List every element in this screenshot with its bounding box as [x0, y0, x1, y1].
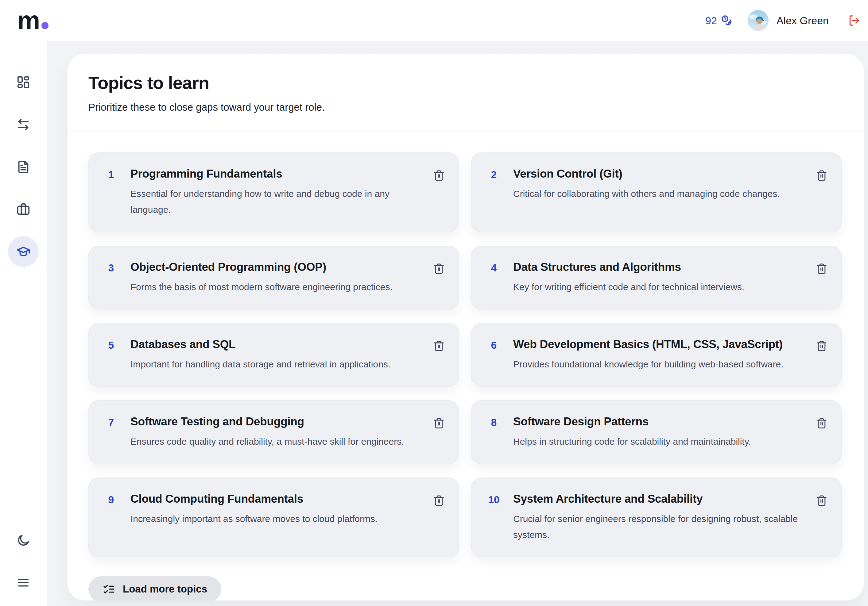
dashboard-icon — [16, 75, 30, 89]
logo-letter: m — [17, 10, 39, 31]
topic-body: Version Control (Git) Critical for colla… — [513, 167, 806, 202]
trash-icon — [433, 169, 445, 182]
topic-body: Object-Oriented Programming (OOP) Forms … — [130, 261, 423, 295]
page-title: Topics to learn — [88, 73, 842, 93]
topic-description: Helps in structuring code for scalabilit… — [513, 434, 800, 450]
logout-button[interactable] — [848, 14, 860, 27]
sidebar-item-documents[interactable] — [8, 152, 39, 182]
topic-description: Forms the basis of most modern software … — [130, 279, 417, 295]
avatar[interactable] — [748, 10, 769, 31]
trash-icon — [815, 169, 828, 182]
topic-number: 9 — [104, 493, 119, 506]
topic-body: Software Design Patterns Helps in struct… — [513, 415, 806, 450]
delete-topic-button[interactable] — [814, 167, 830, 183]
document-icon — [16, 160, 30, 174]
sidebar-item-transfers[interactable] — [8, 109, 39, 140]
topic-description: Essential for understanding how to write… — [130, 186, 417, 218]
topic-card: 7 Software Testing and Debugging Ensures… — [88, 400, 459, 464]
topic-description: Important for handling data storage and … — [130, 356, 417, 372]
topic-card: 8 Software Design Patterns Helps in stru… — [471, 400, 842, 464]
delete-topic-button[interactable] — [431, 261, 447, 277]
topic-body: Programming Fundamentals Essential for u… — [130, 167, 423, 218]
trash-icon — [815, 340, 828, 352]
topics-panel: Topics to learn Prioritize these to clos… — [68, 54, 864, 600]
moon-icon — [16, 533, 30, 547]
page-subtitle: Prioritize these to close gaps toward yo… — [88, 102, 842, 113]
topic-body: System Architecture and Scalability Cruc… — [513, 493, 806, 543]
app-screen: m 92 — [0, 0, 868, 606]
graduation-cap-icon — [16, 244, 30, 258]
topic-title: Databases and SQL — [130, 338, 423, 351]
hamburger-menu-icon — [16, 576, 30, 590]
topic-card: 10 System Architecture and Scalability C… — [471, 478, 842, 557]
swap-arrows-icon — [16, 117, 30, 131]
top-bar-right: 92 — [705, 10, 860, 31]
topic-number: 10 — [486, 493, 502, 506]
sidebar-item-learning[interactable] — [8, 236, 39, 267]
delete-topic-button[interactable] — [431, 493, 447, 509]
topic-number: 7 — [104, 415, 119, 428]
trash-icon — [815, 417, 828, 429]
credits-count: 92 — [705, 15, 717, 27]
topic-title: Web Development Basics (HTML, CSS, JavaS… — [513, 338, 806, 351]
briefcase-icon — [16, 202, 30, 216]
topic-title: Software Design Patterns — [513, 415, 806, 428]
topic-title: Object-Oriented Programming (OOP) — [130, 261, 423, 274]
credits-badge[interactable]: 92 — [705, 14, 733, 27]
topic-description: Crucial for senior engineers responsible… — [513, 511, 800, 543]
topic-card: 2 Version Control (Git) Critical for col… — [471, 152, 842, 232]
topic-description: Critical for collaborating with others a… — [513, 186, 800, 202]
logo-dot — [42, 22, 48, 29]
topic-card: 6 Web Development Basics (HTML, CSS, Jav… — [471, 323, 842, 387]
topic-card: 3 Object-Oriented Programming (OOP) Form… — [88, 246, 459, 309]
delete-topic-button[interactable] — [814, 338, 830, 354]
topic-title: Programming Fundamentals — [130, 167, 423, 180]
topic-body: Cloud Computing Fundamentals Increasingl… — [130, 493, 423, 527]
topic-body: Data Structures and Algorithms Key for w… — [513, 261, 806, 295]
trash-icon — [433, 495, 445, 507]
topic-title: Software Testing and Debugging — [130, 415, 423, 428]
app-logo[interactable]: m — [17, 10, 48, 31]
trash-icon — [815, 263, 828, 275]
topic-number: 2 — [486, 167, 502, 181]
logout-icon — [848, 14, 860, 27]
topic-title: Cloud Computing Fundamentals — [130, 493, 423, 506]
topic-card: 4 Data Structures and Algorithms Key for… — [471, 246, 842, 309]
topic-card: 9 Cloud Computing Fundamentals Increasin… — [88, 478, 459, 557]
delete-topic-button[interactable] — [814, 493, 830, 509]
topic-title: Data Structures and Algorithms — [513, 261, 806, 274]
topic-number: 6 — [486, 338, 502, 351]
load-more-label: Load more topics — [123, 583, 207, 595]
list-checks-icon — [102, 583, 115, 595]
delete-topic-button[interactable] — [431, 167, 447, 183]
delete-topic-button[interactable] — [814, 415, 830, 431]
trash-icon — [433, 417, 445, 429]
topic-number: 4 — [486, 261, 502, 274]
sidebar-item-menu[interactable] — [8, 567, 39, 598]
topic-body: Web Development Basics (HTML, CSS, JavaS… — [513, 338, 806, 372]
topic-body: Databases and SQL Important for handling… — [130, 338, 423, 372]
sidebar-item-jobs[interactable] — [8, 194, 39, 224]
load-more-button[interactable]: Load more topics — [88, 576, 221, 600]
topic-number: 3 — [104, 261, 119, 274]
topic-number: 8 — [486, 415, 502, 428]
user-name: Alex Green — [777, 15, 829, 27]
topic-title: Version Control (Git) — [513, 167, 806, 180]
trash-icon — [433, 340, 445, 352]
topic-title: System Architecture and Scalability — [513, 493, 806, 506]
delete-topic-button[interactable] — [431, 415, 447, 431]
top-bar: m 92 — [0, 0, 868, 41]
sidebar — [0, 41, 47, 606]
sidebar-item-dashboard[interactable] — [8, 67, 39, 97]
topic-description: Increasingly important as software moves… — [130, 511, 417, 527]
coins-icon — [721, 14, 733, 27]
delete-topic-button[interactable] — [431, 338, 447, 354]
topic-card: 5 Databases and SQL Important for handli… — [88, 323, 459, 387]
topic-number: 1 — [104, 167, 119, 181]
sidebar-item-dark-mode[interactable] — [8, 525, 39, 556]
delete-topic-button[interactable] — [814, 261, 830, 277]
topic-description: Ensures code quality and reliability, a … — [130, 434, 417, 450]
topic-card: 1 Programming Fundamentals Essential for… — [88, 152, 459, 232]
avatar-photo — [748, 10, 769, 31]
topic-body: Software Testing and Debugging Ensures c… — [130, 415, 423, 450]
